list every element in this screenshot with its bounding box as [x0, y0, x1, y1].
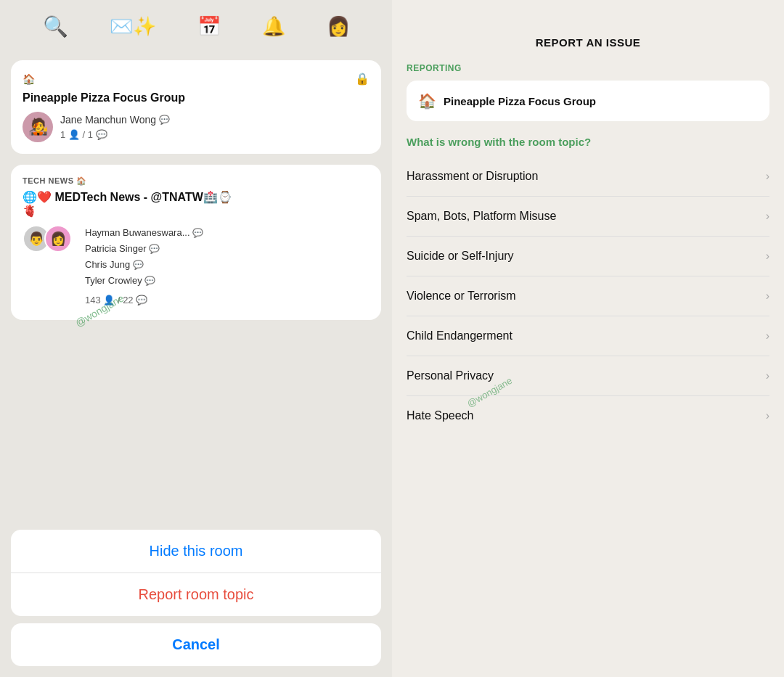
member-name-3: Chris Jung 💬 — [85, 257, 203, 273]
action-buttons-group: Hide this room Report room topic — [11, 530, 381, 623]
issue-text-hate: Hate Speech — [407, 409, 474, 422]
member-name-2: Patricia Singer 💬 — [85, 241, 203, 257]
member-name-4: Tyler Crowley 💬 — [85, 273, 203, 289]
bubble-icon: 💬 — [159, 115, 170, 125]
home-icon: 🏠 — [23, 73, 35, 85]
room-card-2[interactable]: TECH NEWS 🏠 🌐❤️ MEDTech News - @TNATW🏥⌚ … — [11, 165, 381, 320]
right-panel: REPORT AN ISSUE REPORTING 🏠 Pineapple Pi… — [392, 0, 784, 677]
issue-spam[interactable]: Spam, Bots, Platform Misuse › — [407, 197, 769, 237]
hide-room-button[interactable]: Hide this room — [11, 530, 381, 573]
left-panel: 🔍 ✉️✨ 📅 🔔 👩 🏠 🔒 Pineapple Pizza Focus Gr… — [0, 0, 392, 677]
member-name-text: Jane Manchun Wong — [60, 114, 156, 126]
member-name: Jane Manchun Wong 💬 — [60, 114, 170, 126]
issue-text-privacy: Personal Privacy — [407, 369, 494, 382]
issue-text-suicide: Suicide or Self-Injury — [407, 250, 514, 263]
issue-hate[interactable]: Hate Speech › — [407, 396, 769, 435]
chevron-icon-child: › — [766, 329, 769, 342]
chevron-icon-spam: › — [766, 210, 769, 223]
member-info: Jane Manchun Wong 💬 1 👤 / 1 💬 — [60, 114, 170, 140]
chevron-icon-suicide: › — [766, 250, 769, 263]
reporting-card: 🏠 Pineapple Pizza Focus Group — [407, 81, 769, 121]
avatars-group: 👨 👩 — [23, 225, 72, 253]
issue-text-spam: Spam, Bots, Platform Misuse — [407, 210, 556, 223]
issue-text-child: Child Endangerment — [407, 329, 513, 342]
reporting-home-icon: 🏠 — [418, 92, 436, 110]
member-name-1: Hayman Buwaneswara... 💬 — [85, 225, 203, 241]
chevron-icon-harassment: › — [766, 170, 769, 183]
tech-news-label: TECH NEWS 🏠 — [23, 176, 369, 186]
issue-child[interactable]: Child Endangerment › — [407, 316, 769, 356]
room-card-1[interactable]: 🏠 🔒 Pineapple Pizza Focus Group 🧑‍🎤 Jane… — [11, 60, 381, 154]
calendar-icon[interactable]: 📅 — [197, 15, 221, 38]
issue-violence[interactable]: Violence or Terrorism › — [407, 276, 769, 316]
room-2-title: 🌐❤️ MEDTech News - @TNATW🏥⌚ 🫀 — [23, 190, 369, 218]
chevron-icon-hate: › — [766, 409, 769, 422]
issue-harassment[interactable]: Harassment or Disruption › — [407, 157, 769, 197]
bell-icon[interactable]: 🔔 — [262, 15, 285, 38]
reporting-label: REPORTING — [407, 63, 769, 73]
issue-suicide[interactable]: Suicide or Self-Injury › — [407, 237, 769, 276]
top-navigation: 🔍 ✉️✨ 📅 🔔 👩 — [0, 0, 392, 49]
report-topic-button[interactable]: Report room topic — [11, 573, 381, 616]
members-names: Hayman Buwaneswara... 💬 Patricia Singer … — [85, 225, 203, 308]
room-card-1-header: 🏠 🔒 — [23, 72, 369, 86]
mail-icon[interactable]: ✉️✨ — [110, 15, 156, 38]
issue-privacy[interactable]: Personal Privacy › — [407, 356, 769, 396]
cancel-button[interactable]: Cancel — [11, 623, 381, 666]
question-label: What is wrong with the room topic? — [392, 136, 784, 148]
reporting-card-title: Pineapple Pizza Focus Group — [444, 95, 596, 107]
member-avatar: 🧑‍🎤 — [23, 112, 53, 142]
room-1-members: 🧑‍🎤 Jane Manchun Wong 💬 1 👤 / 1 💬 — [23, 112, 369, 142]
room-2-members: 👨 👩 Hayman Buwaneswara... 💬 Patricia Sin… — [23, 225, 369, 308]
report-header: REPORT AN ISSUE — [392, 0, 784, 63]
lock-icon: 🔒 — [355, 72, 369, 86]
issue-text-harassment: Harassment or Disruption — [407, 170, 538, 183]
reporting-section: REPORTING 🏠 Pineapple Pizza Focus Group — [392, 63, 784, 136]
issues-list: Harassment or Disruption › Spam, Bots, P… — [392, 157, 784, 677]
room-1-stats: 1 👤 / 1 💬 — [60, 129, 170, 140]
issue-text-violence: Violence or Terrorism — [407, 290, 516, 303]
action-sheet: Hide this room Report room topic Cancel — [0, 530, 392, 677]
chevron-icon-privacy: › — [766, 369, 769, 382]
profile-icon[interactable]: 👩 — [327, 15, 350, 38]
search-icon[interactable]: 🔍 — [43, 15, 68, 38]
chevron-icon-violence: › — [766, 290, 769, 303]
room-2-stats: 143 👤 / 22 💬 — [85, 292, 203, 308]
room-1-title: Pineapple Pizza Focus Group — [23, 91, 369, 104]
avatar-2: 👩 — [44, 225, 72, 253]
